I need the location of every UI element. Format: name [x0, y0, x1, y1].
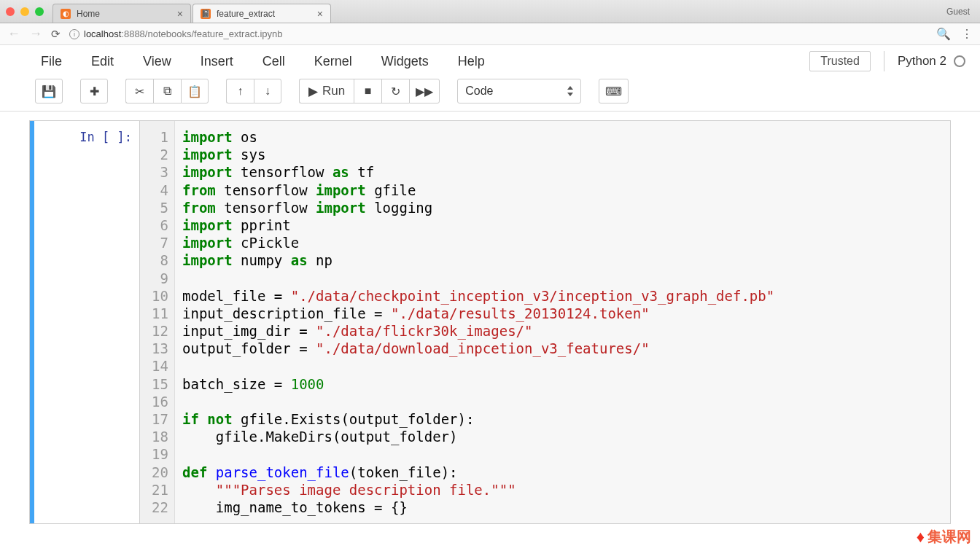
profile-label[interactable]: Guest [946, 7, 970, 17]
menu-file[interactable]: File [41, 54, 62, 69]
menu-cell[interactable]: Cell [262, 54, 285, 69]
minimize-window-icon[interactable] [20, 7, 29, 16]
menu-widgets[interactable]: Widgets [381, 54, 429, 69]
menu-view[interactable]: View [143, 54, 171, 69]
command-palette-button[interactable]: ⌨ [599, 79, 629, 103]
menu-kernel[interactable]: Kernel [314, 54, 352, 69]
menu-help[interactable]: Help [458, 54, 485, 69]
notebook: File Edit View Insert Cell Kernel Widget… [0, 45, 980, 533]
url-field[interactable]: i localhost:8888/notebooks/feature_extra… [69, 28, 928, 39]
jupyter-favicon-icon: 📓 [201, 9, 211, 19]
restart-run-all-button[interactable]: ▶▶ [409, 79, 440, 103]
jupyter-toolbar: 💾 ✚ ✂ ⧉ 📋 ↑ ↓ ▶ Run ■ ↻ ▶▶ Code ⌨ [0, 74, 980, 112]
code-editor[interactable]: 12345678910111213141516171819202122 impo… [139, 121, 950, 523]
menu-insert[interactable]: Insert [201, 54, 233, 69]
kernel-status-icon [954, 55, 965, 67]
run-icon: ▶ [308, 84, 318, 99]
run-button[interactable]: ▶ Run [299, 79, 354, 103]
browser-titlebar: ◐ Home × 📓 feature_extract × Guest [0, 0, 980, 23]
close-tab-icon[interactable]: × [317, 8, 323, 20]
search-icon[interactable]: 🔍 [936, 27, 951, 41]
close-window-icon[interactable] [6, 7, 15, 16]
cut-button[interactable]: ✂ [125, 79, 153, 103]
tab-title: feature_extract [217, 9, 275, 19]
notebook-cells-area[interactable]: In [ ]: 12345678910111213141516171819202… [0, 112, 980, 533]
reload-icon[interactable]: ⟳ [51, 28, 61, 41]
celltype-select[interactable]: Code [457, 79, 581, 103]
line-gutter: 12345678910111213141516171819202122 [140, 121, 175, 523]
close-tab-icon[interactable]: × [177, 8, 183, 20]
code-cell[interactable]: In [ ]: 12345678910111213141516171819202… [29, 120, 951, 524]
menu-icon[interactable]: ⋮ [961, 27, 973, 41]
copy-button[interactable]: ⧉ [153, 79, 181, 103]
maximize-window-icon[interactable] [35, 7, 44, 16]
url-path: /notebooks/feature_extract.ipynb [145, 28, 283, 39]
interrupt-button[interactable]: ■ [354, 79, 381, 103]
tab-title: Home [77, 9, 100, 19]
browser-tab-notebook[interactable]: 📓 feature_extract × [192, 4, 331, 23]
code-content[interactable]: import osimport sysimport tensorflow as … [175, 121, 950, 523]
move-up-button[interactable]: ↑ [226, 79, 254, 103]
url-host: localhost [84, 28, 121, 39]
kernel-name[interactable]: Python 2 [898, 54, 965, 69]
forward-icon[interactable]: → [29, 26, 42, 42]
watermark: ♦ 集课网 [917, 527, 971, 533]
browser-tabs: ◐ Home × 📓 feature_extract × [52, 0, 946, 23]
jupyter-menubar: File Edit View Insert Cell Kernel Widget… [0, 45, 980, 74]
browser-address-bar: ← → ⟳ i localhost:8888/notebooks/feature… [0, 23, 980, 45]
jupyter-favicon-icon: ◐ [61, 9, 71, 19]
window-controls [6, 7, 44, 16]
add-cell-button[interactable]: ✚ [80, 79, 108, 103]
browser-tab-home[interactable]: ◐ Home × [52, 4, 191, 23]
trusted-indicator[interactable]: Trusted [809, 51, 871, 71]
separator [884, 51, 884, 71]
save-button[interactable]: 💾 [35, 79, 63, 103]
url-port: :8888 [121, 28, 145, 39]
move-down-button[interactable]: ↓ [254, 79, 281, 103]
cell-prompt: In [ ]: [34, 121, 139, 523]
flame-icon: ♦ [917, 528, 925, 534]
menu-edit[interactable]: Edit [91, 54, 114, 69]
restart-button[interactable]: ↻ [381, 79, 409, 103]
paste-button[interactable]: 📋 [181, 79, 209, 103]
back-icon[interactable]: ← [7, 26, 20, 42]
site-info-icon[interactable]: i [69, 29, 79, 39]
